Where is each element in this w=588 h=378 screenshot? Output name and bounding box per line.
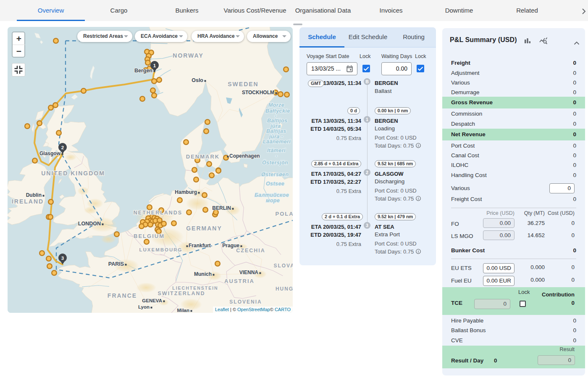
svg-text:DENMARK: DENMARK bbox=[186, 153, 220, 160]
svg-text:GENEVA: GENEVA bbox=[142, 298, 162, 303]
svg-text:Dublin: Dublin bbox=[26, 192, 42, 198]
svg-text:Baltijos: Baltijos bbox=[267, 118, 287, 124]
svg-text:Läänemeri: Läänemeri bbox=[263, 139, 291, 145]
svg-text:SLOVENIA: SLOVENIA bbox=[229, 299, 262, 305]
svg-text:Prague: Prague bbox=[222, 243, 239, 248]
svg-text:Bałtyckie: Bałtyckie bbox=[265, 108, 290, 114]
svg-text:Ostsee: Ostsee bbox=[266, 181, 284, 187]
svg-text:Munich: Munich bbox=[194, 271, 212, 277]
svg-text:Milan: Milan bbox=[177, 308, 189, 313]
svg-text:LIECHTENSTEIN: LIECHTENSTEIN bbox=[172, 285, 218, 291]
svg-text:-: - bbox=[276, 153, 278, 159]
svg-text:AUSTRIA: AUSTRIA bbox=[224, 278, 255, 284]
svg-text:море: море bbox=[266, 198, 280, 204]
svg-text:NETHERLANDS: NETHERLANDS bbox=[134, 210, 182, 216]
svg-text:UNITED KINGDOM: UNITED KINGDOM bbox=[41, 170, 105, 177]
svg-text:VIENNA: VIENNA bbox=[239, 270, 259, 275]
svg-text:Östersjön: Östersjön bbox=[262, 159, 288, 166]
svg-text:SWITZERLAND: SWITZERLAND bbox=[158, 291, 205, 296]
svg-text:BELGIUM: BELGIUM bbox=[134, 233, 165, 239]
svg-text:Østersøen: Østersøen bbox=[261, 172, 289, 177]
svg-text:STOCKHOLM: STOCKHOLM bbox=[242, 90, 274, 95]
svg-text:POLAND: POLAND bbox=[276, 211, 293, 217]
svg-text:NORWAY: NORWAY bbox=[173, 52, 203, 59]
svg-text:Glasgow: Glasgow bbox=[39, 151, 61, 156]
svg-text:Балтийское: Балтийское bbox=[255, 192, 289, 198]
svg-text:Morze: Morze bbox=[268, 102, 284, 108]
svg-text:PARIS: PARIS bbox=[108, 261, 124, 267]
svg-text:Bergen: Bergen bbox=[134, 68, 152, 74]
svg-text:IRELAND: IRELAND bbox=[12, 198, 44, 205]
svg-text:LUXEMBOURG: LUXEMBOURG bbox=[139, 247, 182, 252]
svg-text:GERMANY: GERMANY bbox=[186, 225, 222, 232]
svg-text:FRANCE: FRANCE bbox=[108, 292, 137, 299]
svg-text:1: 1 bbox=[153, 63, 156, 68]
svg-text:Hamburg: Hamburg bbox=[175, 189, 197, 195]
svg-text:Copenhagen: Copenhagen bbox=[229, 153, 260, 159]
svg-text:Itämeri: Itämeri bbox=[267, 148, 286, 153]
svg-text:Baltijas: Baltijas bbox=[266, 128, 286, 134]
svg-text:SWEDEN: SWEDEN bbox=[228, 81, 258, 87]
svg-text:BERLIN: BERLIN bbox=[212, 205, 231, 211]
svg-text:HUNGARY: HUNGARY bbox=[276, 286, 293, 292]
svg-text:Lyon: Lyon bbox=[138, 304, 150, 309]
svg-text:2: 2 bbox=[61, 145, 64, 150]
svg-text:LONDON: LONDON bbox=[78, 221, 101, 227]
svg-text:Oslo: Oslo bbox=[192, 77, 203, 83]
svg-text:3: 3 bbox=[61, 256, 64, 261]
svg-text:CZECHIA: CZECHIA bbox=[236, 248, 265, 254]
svg-text:Frankfurt: Frankfurt bbox=[189, 243, 211, 248]
svg-text:SLOVAKIA: SLOVAKIA bbox=[273, 263, 293, 269]
